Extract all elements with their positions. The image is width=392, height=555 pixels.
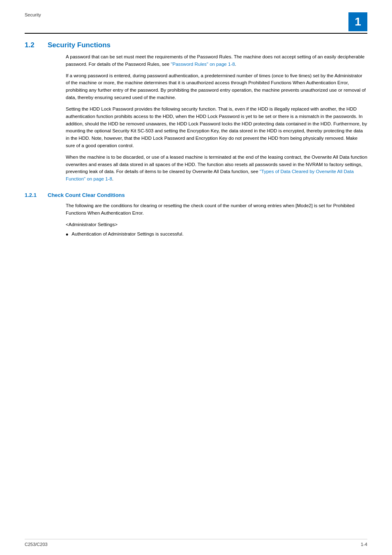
paragraph-1-text-after: .	[235, 62, 236, 67]
password-rules-link[interactable]: "Password Rules" on page 1-8	[171, 62, 235, 67]
list-item-text: Authentication of Administrator Settings…	[71, 231, 183, 238]
section-1-2-1-heading: 1.2.1 Check Count Clear Conditions	[25, 192, 367, 198]
footer-model: C253/C203	[25, 542, 48, 547]
section-1-2: 1.2 Security Functions A password that c…	[25, 41, 367, 183]
bullet-icon: •	[66, 231, 68, 238]
section-1-2-body: A password that can be set must meet the…	[66, 53, 367, 183]
page-container: Security 1 1.2 Security Functions A pass…	[0, 0, 392, 555]
section-1-2-number: 1.2	[25, 41, 41, 49]
bullet-list: • Authentication of Administrator Settin…	[66, 231, 367, 238]
header-section-label: Security	[25, 12, 41, 17]
chapter-number-box: 1	[348, 12, 367, 31]
paragraph-4-text-after: .	[112, 176, 113, 181]
section-1-2-heading: 1.2 Security Functions	[25, 41, 367, 49]
section-1-2-title: Security Functions	[48, 41, 111, 49]
section-1-2-1-body: The following are the conditions for cle…	[66, 202, 367, 238]
section-1-2-paragraph-3: Setting the HDD Lock Password provides t…	[66, 106, 367, 150]
page-header: Security 1	[25, 12, 367, 34]
section-1-2-paragraph-2: If a wrong password is entered, during p…	[66, 72, 367, 102]
admin-settings-label: <Administrator Settings>	[66, 221, 367, 229]
section-1-2-paragraph-4: When the machine is to be discarded, or …	[66, 154, 367, 183]
footer-page: 1-4	[361, 542, 367, 547]
section-1-2-1-title: Check Count Clear Conditions	[48, 192, 125, 198]
section-1-2-1: 1.2.1 Check Count Clear Conditions The f…	[25, 192, 367, 238]
section-1-2-1-number: 1.2.1	[25, 192, 41, 198]
section-1-2-1-intro: The following are the conditions for cle…	[66, 202, 367, 217]
section-1-2-paragraph-1: A password that can be set must meet the…	[66, 53, 367, 68]
page-footer: C253/C203 1-4	[25, 539, 367, 547]
header-right: 1	[348, 12, 367, 31]
list-item: • Authentication of Administrator Settin…	[66, 231, 367, 238]
